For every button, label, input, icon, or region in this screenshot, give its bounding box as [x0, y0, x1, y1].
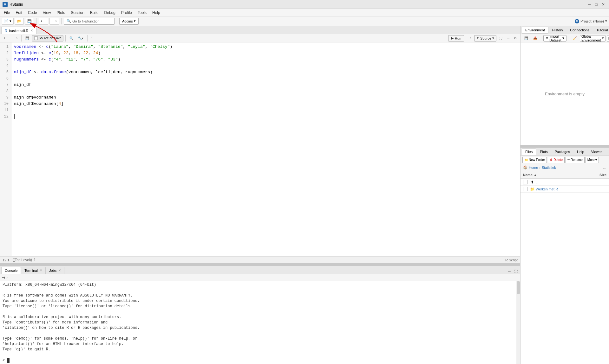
list-view-select[interactable]: List ▾: [607, 35, 609, 42]
editor-search-btn[interactable]: 🔍: [68, 35, 75, 42]
editor-info-btn[interactable]: ℹ: [89, 35, 95, 42]
file-checkbox-parent[interactable]: [523, 180, 527, 184]
editor-tab-label: basketball.R: [9, 29, 29, 33]
files-tab-help[interactable]: Help: [574, 148, 587, 155]
path-folder-link[interactable]: Statistiek: [542, 166, 556, 169]
run-label: Run: [455, 36, 461, 40]
menu-profile[interactable]: Profile: [119, 10, 134, 16]
editor-float-btn[interactable]: ⧉: [512, 35, 518, 42]
env-view-controls: List ▾: [607, 35, 609, 42]
addins-button[interactable]: Addins ▾: [119, 18, 139, 25]
toolbar-btn-3[interactable]: ⟶: [49, 18, 59, 25]
path-sep-1: ›: [539, 166, 540, 169]
menu-tools[interactable]: Tools: [135, 10, 149, 16]
import-icon: ⬆: [546, 36, 548, 40]
console-tab-label: Console: [5, 269, 17, 272]
console-expand-btn[interactable]: ⛶: [513, 269, 518, 274]
console-scrollbar[interactable]: [516, 281, 520, 364]
source-button[interactable]: ⬆ Source ▾: [474, 35, 496, 42]
editor-tools-btn[interactable]: 🔧▾: [76, 35, 85, 42]
source-arrow-icon: ▾: [492, 36, 494, 40]
files-tab-viewer[interactable]: Viewer: [588, 148, 605, 155]
new-folder-icon: 📁: [524, 158, 528, 162]
toolbar-btn-2[interactable]: ⟵: [39, 18, 48, 25]
scope-arrow[interactable]: ⇑: [33, 258, 36, 262]
jobs-tab-close[interactable]: ✕: [58, 269, 61, 272]
terminal-tab-close[interactable]: ✕: [40, 269, 42, 272]
import-arrow-icon: ▾: [562, 36, 564, 40]
env-tab-connections[interactable]: Connections: [567, 27, 593, 34]
code-content[interactable]: voornamen <- c("Laura", "Danira", "Stefa…: [11, 42, 520, 256]
env-tab-environment[interactable]: Environment: [522, 27, 548, 34]
parent-dir-link[interactable]: ..: [536, 180, 586, 184]
new-file-button[interactable]: 📄 ▾: [2, 18, 14, 25]
menu-help[interactable]: Help: [150, 10, 163, 16]
editor-forward-btn[interactable]: ⟶: [11, 35, 19, 42]
run-button[interactable]: ▶ Run: [448, 35, 464, 42]
save-file-button[interactable]: 💾: [25, 18, 34, 25]
menu-code[interactable]: Code: [25, 10, 40, 16]
editor-save-btn[interactable]: 💾: [23, 35, 31, 42]
file-checkbox-werken[interactable]: [523, 187, 527, 191]
editor-tab-close[interactable]: ✕: [30, 29, 33, 32]
name-col-label: Name: [523, 173, 533, 177]
go-to-file-button[interactable]: 🔍 Go to file/function: [64, 18, 115, 25]
size-col-header[interactable]: Size: [587, 173, 606, 177]
new-folder-button[interactable]: 📁 New Folder: [522, 157, 547, 163]
path-home-link[interactable]: Home: [529, 166, 538, 169]
editor-expand-btn[interactable]: ⛶: [497, 35, 504, 42]
import-dataset-button[interactable]: ⬆ Import Dataset ▾: [543, 35, 566, 42]
source-on-save-checkbox[interactable]: [34, 36, 38, 40]
editor-back-btn[interactable]: ⟵: [2, 35, 10, 42]
maximize-button[interactable]: □: [593, 1, 599, 8]
console-collapse-btn[interactable]: ─: [507, 269, 512, 274]
files-collapse-btn[interactable]: ─: [606, 149, 609, 155]
title-bar-left: R RStudio: [3, 2, 23, 7]
console-scrollthumb[interactable]: [517, 281, 520, 294]
run-next-btn[interactable]: ⟶: [465, 35, 473, 42]
console-tab-terminal[interactable]: Terminal ✕: [21, 267, 46, 274]
console-path-arrow: ›: [6, 276, 8, 279]
editor-collapse-btn[interactable]: ─: [505, 35, 511, 42]
app-icon: R: [3, 2, 8, 7]
source-on-save-btn[interactable]: Source on Save: [32, 35, 63, 42]
env-clear-btn[interactable]: 🧹: [571, 35, 579, 42]
files-tab-packages[interactable]: Packages: [552, 148, 573, 155]
more-button[interactable]: More ▾: [586, 157, 599, 163]
werken-met-r-link[interactable]: Werken met R: [536, 187, 586, 191]
left-panel: R basketball.R ✕ ⟵ ⟶ �: [0, 26, 520, 364]
console-tab-console[interactable]: Console: [1, 267, 21, 274]
editor-tab-basketball[interactable]: R basketball.R ✕: [1, 27, 36, 34]
menu-plots[interactable]: Plots: [54, 10, 68, 16]
close-button[interactable]: ✕: [600, 1, 606, 8]
menu-build[interactable]: Build: [88, 10, 101, 16]
size-col-label: Size: [599, 173, 606, 177]
console-line-1: Platform: x86_64-w64-mingw32/x64 (64-bit…: [3, 282, 518, 288]
open-file-button[interactable]: 📂: [15, 18, 24, 25]
delete-button[interactable]: 🗑 Delete: [548, 157, 565, 163]
console-input-line[interactable]: >: [3, 358, 518, 363]
env-load-btn[interactable]: 📥: [531, 35, 539, 42]
console-tab-jobs[interactable]: Jobs ✕: [46, 267, 64, 274]
code-editor[interactable]: 1 2 3 4 5 6 7 8 9 10 11 12 voornamen <- …: [0, 42, 520, 256]
menu-view[interactable]: View: [40, 10, 54, 16]
name-col-header[interactable]: Name ▲: [523, 173, 537, 177]
menu-edit[interactable]: Edit: [13, 10, 25, 16]
menu-debug[interactable]: Debug: [102, 10, 118, 16]
menu-file[interactable]: File: [1, 10, 12, 16]
rename-button[interactable]: ✏ Rename: [566, 157, 585, 163]
menu-session[interactable]: Session: [68, 10, 87, 16]
env-save-btn[interactable]: 💾: [522, 35, 530, 42]
files-tab-plots[interactable]: Plots: [537, 148, 551, 155]
env-tab-history[interactable]: History: [549, 27, 566, 34]
editor-right-btns: ▶ Run ⟶ ⬆ Source ▾ ⛶ ─ ⧉: [448, 35, 518, 42]
more-label: More: [587, 158, 595, 162]
addins-arrow-icon: ▾: [134, 19, 136, 23]
minimize-button[interactable]: ─: [586, 1, 593, 8]
console-output[interactable]: Platform: x86_64-w64-mingw32/x64 (64-bit…: [0, 281, 520, 364]
files-tab-files[interactable]: Files: [522, 148, 536, 155]
env-tab-tutorial[interactable]: Tutorial: [593, 27, 609, 34]
path-more-btn[interactable]: …: [603, 166, 606, 169]
env-empty-message: Environment is empty: [545, 92, 585, 96]
global-env-select[interactable]: Global Environment ▾: [580, 35, 606, 42]
